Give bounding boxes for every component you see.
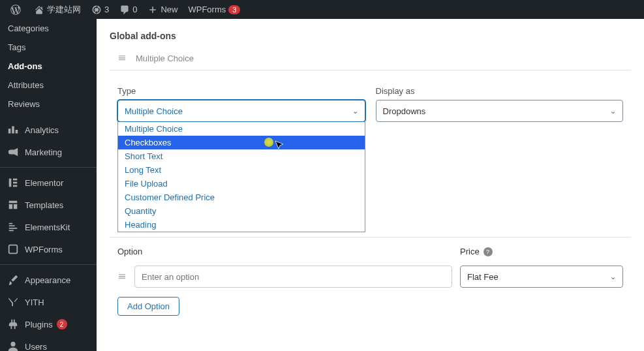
type-option-highlighted[interactable]: Checkboxes <box>118 136 365 149</box>
option-row: Flat Fee ⌄ <box>117 266 623 288</box>
sidebar-yith[interactable]: YITH <box>0 291 97 313</box>
admin-bar: 学建站网 3 0 New WPForms3 <box>0 0 644 19</box>
type-option[interactable]: File Upload <box>118 177 365 191</box>
elementor-icon <box>7 176 20 189</box>
site-name: 学建站网 <box>47 4 81 16</box>
chevron-down-icon: ⌄ <box>610 107 616 115</box>
wpforms-ab[interactable]: WPForms3 <box>183 5 245 14</box>
site-home[interactable]: 学建站网 <box>29 4 86 16</box>
sidebar-sub-addons[interactable]: Add-ons <box>0 57 97 76</box>
yith-icon <box>7 296 20 309</box>
sidebar-elementskit[interactable]: ElementsKit <box>0 216 97 238</box>
type-value: Multiple Choice <box>125 106 183 116</box>
type-option[interactable]: Short Text <box>118 149 365 163</box>
sidebar-users[interactable]: Users <box>0 335 97 351</box>
help-icon[interactable]: ? <box>483 247 493 256</box>
price-type-value: Flat Fee <box>467 272 498 282</box>
price-type-select[interactable]: Flat Fee ⌄ <box>460 266 623 288</box>
analytics-icon <box>7 123 20 136</box>
brush-icon <box>7 273 20 286</box>
comments-count: 0 <box>132 5 137 14</box>
sidebar-elementor[interactable]: Elementor <box>0 172 97 194</box>
display-label: Display as <box>376 86 624 96</box>
option-header: Option <box>117 247 142 256</box>
type-label: Type <box>117 86 365 96</box>
admin-sidebar: Categories Tags Add-ons Attributes Revie… <box>0 19 97 351</box>
svg-rect-1 <box>13 179 17 181</box>
new-content[interactable]: New <box>142 5 183 15</box>
comment-icon <box>119 5 130 15</box>
sidebar-templates[interactable]: Templates <box>0 194 97 216</box>
display-value: Dropdowns <box>383 106 426 116</box>
wp-logo[interactable] <box>5 5 29 15</box>
wpforms-label: WPForms <box>188 5 226 14</box>
type-dropdown: Multiple Choice Checkboxes Short Text Lo… <box>117 122 365 232</box>
svg-rect-0 <box>9 179 12 187</box>
type-select[interactable]: Multiple Choice ⌄ Multiple Choice Checkb… <box>117 100 365 122</box>
new-label: New <box>161 5 177 14</box>
sidebar-analytics[interactable]: Analytics <box>0 119 97 141</box>
updates[interactable]: 3 <box>86 5 114 15</box>
sidebar-plugins[interactable]: Plugins2 <box>0 313 97 335</box>
sidebar-sub-reviews[interactable]: Reviews <box>0 95 97 114</box>
chevron-down-icon: ⌄ <box>352 107 358 115</box>
elementskit-icon <box>7 221 20 234</box>
sidebar-wpforms[interactable]: WPForms <box>0 238 97 260</box>
cursor-highlight <box>264 138 273 147</box>
type-option[interactable]: Quantity <box>118 204 365 218</box>
plugins-badge: 2 <box>57 319 67 329</box>
block-header: Multiple Choice <box>110 48 631 70</box>
sidebar-sub-categories[interactable]: Categories <box>0 19 97 38</box>
svg-rect-3 <box>13 185 17 187</box>
plugin-icon <box>7 318 20 331</box>
plus-icon <box>147 5 158 15</box>
main-content: Global add-ons Multiple Choice Type Mult… <box>97 19 644 351</box>
option-input[interactable] <box>134 266 452 288</box>
templates-icon <box>7 198 20 211</box>
type-option[interactable]: Multiple Choice <box>118 122 365 136</box>
options-section: Option Price? Flat Fee ⌄ Add Option <box>110 237 631 325</box>
type-option[interactable]: Long Text <box>118 163 365 177</box>
megaphone-icon <box>7 145 20 159</box>
type-option[interactable]: Customer Defined Price <box>118 191 365 204</box>
wordpress-icon <box>10 5 21 15</box>
type-option[interactable]: Heading <box>118 218 365 232</box>
comments[interactable]: 0 <box>114 5 142 15</box>
wpforms-badge: 3 <box>228 5 240 14</box>
sidebar-marketing[interactable]: Marketing <box>0 141 97 163</box>
svg-rect-2 <box>13 182 17 184</box>
wpforms-icon <box>7 243 20 256</box>
svg-point-5 <box>10 342 15 346</box>
add-option-button[interactable]: Add Option <box>117 297 179 316</box>
drag-handle-icon[interactable] <box>117 53 127 64</box>
home-icon <box>34 5 44 15</box>
sidebar-sub-attributes[interactable]: Attributes <box>0 76 97 95</box>
block-title: Multiple Choice <box>136 53 194 63</box>
addon-block: Multiple Choice Type Multiple Choice ⌄ M… <box>110 48 631 325</box>
sidebar-appearance[interactable]: Appearance <box>0 269 97 291</box>
chevron-down-icon: ⌄ <box>610 273 616 281</box>
display-select[interactable]: Dropdowns ⌄ <box>376 100 624 122</box>
updates-count: 3 <box>104 5 109 14</box>
page-title: Global add-ons <box>97 19 644 48</box>
updates-icon <box>91 5 102 15</box>
drag-handle-icon[interactable] <box>117 271 127 282</box>
sidebar-sub-tags[interactable]: Tags <box>0 38 97 57</box>
svg-rect-4 <box>9 245 18 254</box>
user-icon <box>7 340 20 351</box>
price-header: Price <box>460 247 480 256</box>
